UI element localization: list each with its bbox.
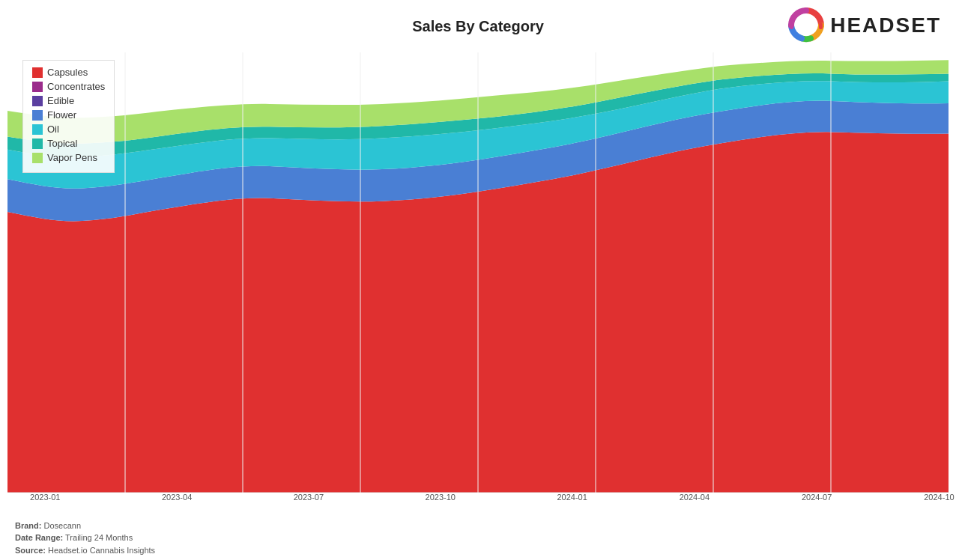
x-label-1: 2023-01 — [30, 493, 60, 502]
source-label: Source: — [15, 546, 46, 555]
legend-label-concentrates: Concentrates — [47, 81, 105, 92]
chart-title: Sales By Category — [412, 18, 544, 35]
chart-svg — [7, 52, 949, 493]
footer-source: Source: Headset.io Cannabis Insights — [15, 544, 155, 557]
legend-item-edible: Edible — [32, 95, 105, 106]
legend-swatch-oil — [32, 124, 43, 135]
x-label-7: 2024-07 — [802, 493, 832, 502]
x-label-4: 2023-10 — [426, 493, 456, 502]
legend-swatch-capsules — [32, 67, 43, 78]
legend-swatch-concentrates — [32, 82, 43, 92]
legend-item-flower: Flower — [32, 109, 105, 121]
legend-label-oil: Oil — [47, 124, 59, 135]
x-label-3: 2023-07 — [294, 493, 324, 502]
x-label-6: 2024-04 — [680, 493, 710, 502]
legend-item-capsules: Capsules — [32, 67, 105, 78]
x-label-8: 2024-10 — [924, 493, 954, 502]
x-label-2: 2023-04 — [162, 493, 192, 502]
daterange-value: Trailing 24 Months — [65, 533, 133, 542]
brand-label: Brand: — [15, 521, 41, 530]
chart-area: 2023-01 2023-04 2023-07 2023-10 2024-01 … — [7, 52, 949, 493]
legend-label-vapor-pens: Vapor Pens — [47, 152, 97, 163]
legend-item-oil: Oil — [32, 124, 105, 135]
footer-brand: Brand: Dosecann — [15, 520, 155, 532]
legend-item-vapor-pens: Vapor Pens — [32, 152, 105, 163]
chart-header: Sales By Category — [0, 0, 956, 52]
source-value: Headset.io Cannabis Insights — [48, 546, 155, 555]
legend-swatch-edible — [32, 96, 43, 106]
footer-info: Brand: Dosecann Date Range: Trailing 24 … — [15, 520, 155, 557]
x-label-5: 2024-01 — [557, 493, 587, 502]
legend: Capsules Concentrates Edible Flower Oil … — [22, 60, 115, 173]
legend-label-topical: Topical — [47, 138, 77, 149]
legend-swatch-vapor-pens — [32, 153, 43, 163]
footer-daterange: Date Range: Trailing 24 Months — [15, 532, 155, 544]
page-container: HEADSET Sales By Category — [0, 0, 956, 560]
legend-item-concentrates: Concentrates — [32, 81, 105, 92]
legend-label-edible: Edible — [47, 95, 74, 106]
legend-label-flower: Flower — [47, 109, 76, 121]
legend-item-topical: Topical — [32, 138, 105, 149]
brand-value: Dosecann — [44, 521, 82, 530]
daterange-label: Date Range: — [15, 533, 63, 542]
legend-swatch-flower — [32, 110, 43, 121]
legend-swatch-topical — [32, 139, 43, 149]
legend-label-capsules: Capsules — [47, 67, 88, 78]
